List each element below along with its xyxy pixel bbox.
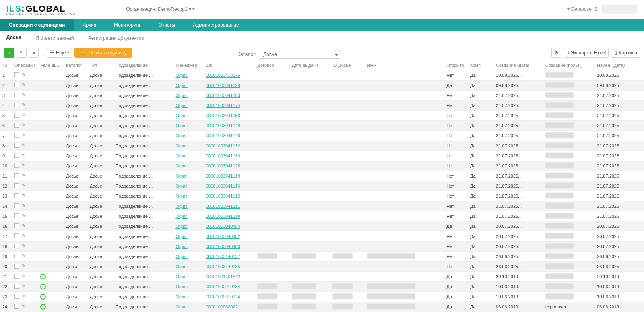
cell-barcode[interactable]: 08001003041146 bbox=[203, 130, 255, 141]
manager-link[interactable]: Офис bbox=[175, 73, 187, 78]
table-row[interactable]: 11ДосьеДосьеПодразделение ...Офис0800100… bbox=[0, 171, 644, 181]
col-header[interactable]: Операции bbox=[12, 60, 38, 70]
row-checkbox[interactable] bbox=[14, 203, 19, 208]
row-checkbox[interactable] bbox=[14, 294, 19, 299]
row-checkbox[interactable] bbox=[14, 72, 19, 77]
bulk-menu[interactable]: ☰ Еще bbox=[47, 48, 72, 58]
cell-ops[interactable] bbox=[12, 70, 38, 80]
barcode-link[interactable]: 08001001101542 bbox=[206, 274, 240, 279]
cell-ops[interactable] bbox=[12, 181, 38, 191]
manager-link[interactable]: Офис bbox=[175, 93, 187, 98]
cell-manager[interactable]: Офис bbox=[173, 120, 203, 130]
manager-link[interactable]: Офис bbox=[175, 174, 187, 178]
manager-link[interactable]: Офис bbox=[175, 264, 187, 269]
manager-link[interactable]: Офис bbox=[175, 224, 187, 229]
table-row[interactable]: 1ДосьеДосьеПодразделение ...Офис08001003… bbox=[0, 70, 644, 80]
col-header[interactable]: ID Досье bbox=[330, 60, 364, 70]
manager-link[interactable]: Офис bbox=[175, 244, 187, 249]
create-unit-button[interactable]: 🔒 Создать единицу bbox=[74, 48, 132, 58]
cell-ops[interactable] bbox=[12, 141, 38, 151]
cell-manager[interactable]: Офис bbox=[173, 130, 203, 141]
row-checkbox[interactable] bbox=[14, 254, 19, 258]
row-checkbox[interactable] bbox=[14, 244, 19, 248]
manager-link[interactable]: Офис bbox=[175, 304, 187, 309]
edit-icon[interactable] bbox=[22, 132, 25, 138]
edit-icon[interactable] bbox=[22, 304, 25, 309]
manager-link[interactable]: Офис bbox=[175, 153, 187, 158]
cell-ops[interactable] bbox=[12, 161, 38, 171]
table-row[interactable]: 16ДосьеДосьеПодразделение ...Офис0800100… bbox=[0, 221, 644, 231]
cell-manager[interactable]: Офис bbox=[173, 151, 203, 161]
manager-link[interactable]: Офис bbox=[175, 254, 187, 259]
cell-barcode[interactable]: 08001003140135 bbox=[203, 261, 255, 271]
col-header[interactable]: Комп. bbox=[468, 60, 493, 70]
manager-link[interactable]: Офис bbox=[175, 163, 187, 168]
barcode-link[interactable]: 08001003040480 bbox=[206, 244, 240, 249]
row-checkbox[interactable] bbox=[14, 163, 19, 168]
manager-link[interactable]: Офис bbox=[175, 83, 187, 88]
cell-manager[interactable]: Офис bbox=[173, 221, 203, 231]
table-row[interactable]: 24ДосьеДосьеПодразделение ...Офис0800100… bbox=[0, 302, 644, 312]
barcode-link[interactable]: 08001003140135 bbox=[206, 264, 240, 269]
subnav-item-0[interactable]: Досье bbox=[4, 33, 24, 43]
row-checkbox[interactable] bbox=[14, 83, 19, 87]
barcode-link[interactable]: 08001003041118 bbox=[206, 214, 240, 219]
table-row[interactable]: 3ДосьеДосьеПодразделение ...Офис08001003… bbox=[0, 90, 644, 100]
cell-ops[interactable] bbox=[12, 281, 38, 291]
barcode-link[interactable]: 08001003041148 bbox=[206, 123, 240, 128]
table-row[interactable]: 7ДосьеДосьеПодразделение ...Офис08001003… bbox=[0, 130, 644, 141]
row-checkbox[interactable] bbox=[14, 223, 19, 228]
edit-icon[interactable] bbox=[22, 112, 25, 118]
cell-manager[interactable]: Офис bbox=[173, 302, 203, 312]
refresh-button[interactable] bbox=[17, 48, 27, 58]
cell-manager[interactable]: Офис bbox=[173, 231, 203, 241]
table-row[interactable]: 4ДосьеДосьеПодразделение ...Офис08001003… bbox=[0, 100, 644, 110]
cell-manager[interactable]: Офис bbox=[173, 181, 203, 191]
col-header[interactable]: ШК bbox=[203, 60, 255, 70]
cell-ops[interactable] bbox=[12, 171, 38, 181]
cell-ops[interactable] bbox=[12, 241, 38, 251]
row-checkbox[interactable] bbox=[14, 123, 19, 128]
row-checkbox[interactable] bbox=[14, 143, 19, 148]
row-checkbox[interactable] bbox=[14, 213, 19, 218]
clear-button[interactable] bbox=[29, 48, 39, 58]
settings-button[interactable] bbox=[551, 48, 561, 58]
cell-manager[interactable]: Офис bbox=[173, 191, 203, 201]
cell-ops[interactable] bbox=[12, 151, 38, 161]
cell-manager[interactable]: Офис bbox=[173, 80, 203, 90]
barcode-link[interactable]: 08001003040482 bbox=[206, 234, 240, 239]
cell-manager[interactable]: Офис bbox=[173, 201, 203, 211]
manager-link[interactable]: Офис bbox=[175, 123, 187, 128]
manager-link[interactable]: Офис bbox=[175, 294, 187, 299]
cell-barcode[interactable]: 08001000910134 bbox=[203, 281, 255, 291]
row-checkbox[interactable] bbox=[14, 133, 19, 138]
col-header[interactable]: Создание (дата) bbox=[493, 60, 543, 70]
row-checkbox[interactable] bbox=[14, 93, 19, 97]
manager-link[interactable]: Офис bbox=[175, 103, 187, 108]
manager-link[interactable]: Офис bbox=[175, 284, 187, 289]
edit-icon[interactable] bbox=[22, 263, 25, 269]
manager-link[interactable]: Офис bbox=[175, 113, 187, 118]
col-header[interactable]: Тип bbox=[87, 60, 113, 70]
edit-icon[interactable] bbox=[22, 173, 25, 178]
cell-manager[interactable]: Офис bbox=[173, 281, 203, 291]
cell-ops[interactable] bbox=[12, 302, 38, 312]
cell-manager[interactable]: Офис bbox=[173, 271, 203, 281]
barcode-link[interactable]: 08001003040484 bbox=[206, 224, 240, 229]
col-header[interactable]: Дата выдачи bbox=[289, 60, 330, 70]
trash-button[interactable]: Корзина bbox=[611, 48, 640, 58]
cell-ops[interactable] bbox=[12, 261, 38, 271]
edit-icon[interactable] bbox=[22, 163, 25, 168]
col-header[interactable]: Договор bbox=[255, 60, 289, 70]
col-header[interactable]: Менеджер bbox=[173, 60, 203, 70]
col-header[interactable]: Открыто bbox=[444, 60, 468, 70]
table-row[interactable]: 13ДосьеДосьеПодразделение ...Офис0800100… bbox=[0, 191, 644, 201]
edit-icon[interactable] bbox=[22, 92, 25, 97]
barcode-link[interactable]: 08001003041146 bbox=[206, 133, 240, 138]
cell-manager[interactable]: Офис bbox=[173, 90, 203, 100]
cell-manager[interactable]: Офис bbox=[173, 261, 203, 271]
cell-barcode[interactable]: 08001003041112 bbox=[203, 191, 255, 201]
cell-barcode[interactable]: 08001000880221 bbox=[203, 302, 255, 312]
row-checkbox[interactable] bbox=[14, 233, 19, 238]
cell-ops[interactable] bbox=[12, 251, 38, 261]
